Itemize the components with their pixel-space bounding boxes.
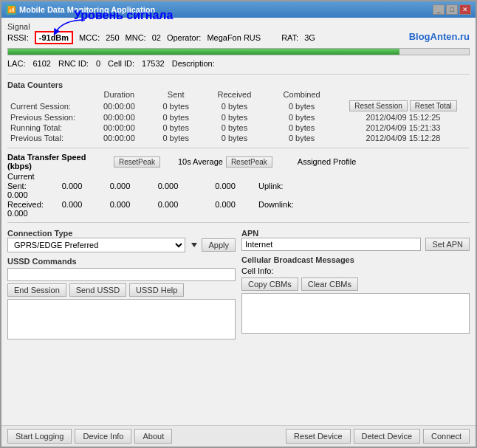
cell-info-label: Cell Info: [241,266,470,275]
apn-input[interactable] [241,238,421,251]
window-controls: _ □ ✕ [433,4,471,15]
downlink-value: 0.000 [7,209,48,218]
row-received: 0 bytes [202,100,267,112]
table-row: Previous Session: 00:00:00 0 bytes 0 byt… [7,112,470,123]
ussd-input[interactable] [7,268,236,281]
sent-peak2: 0.000 [192,182,258,190]
copy-cbms-button[interactable]: Copy CBMs [241,278,298,291]
reset-peak-button-2[interactable]: ResetPeak [226,156,272,168]
close-button[interactable]: ✕ [459,4,471,15]
rnc-label: RNC ID: [58,59,89,68]
rnc-value: 0 [96,59,100,68]
mcc-value: 250 [106,33,119,42]
cell-value: 17532 [142,59,165,68]
apn-header: APN [241,229,470,238]
speed-col-current: Current [7,172,48,181]
signal-progress-fill [8,49,399,55]
col-action [337,89,470,100]
received-label: Received: [7,200,48,209]
ussd-buttons: End Session Send USSD USSD Help [7,283,236,297]
minimize-button[interactable]: _ [433,4,445,15]
row-duration: 00:00:00 [89,100,150,112]
ussd-help-button[interactable]: USSD Help [129,283,184,297]
rssi-label: RSSI: [7,33,29,42]
desc-label: Description: [172,59,215,68]
col-label [7,89,89,100]
cbm-textarea[interactable] [241,293,470,334]
divider-3 [7,222,470,223]
blog-name: BlogAnten.ru [409,31,470,42]
row-timestamp: 2012/04/09 15:21:33 [337,123,470,133]
table-row: Current Session: 00:00:00 0 bytes 0 byte… [7,100,470,112]
row-label: Previous Total: [7,133,89,143]
col-sent: Sent [150,89,202,100]
maximize-button[interactable]: □ [446,4,458,15]
divider-2 [7,148,470,148]
row-label: Running Total: [7,123,89,133]
divider-1 [7,74,470,75]
speed-section: Data Transfer Speed (kbps) ResetPeak 10s… [7,153,470,218]
lac-row: LAC: 6102 RNC ID: 0 Cell ID: 17532 Descr… [7,58,470,69]
start-logging-button[interactable]: Start Logging [7,429,72,444]
apply-button[interactable]: Apply [202,238,236,252]
row-received: 0 bytes [202,123,267,133]
send-ussd-button[interactable]: Send USSD [69,283,126,297]
received-peak2: 0.000 [192,200,258,209]
ussd-textarea[interactable] [7,299,236,340]
apn-section: APN Set APN [241,227,470,251]
assigned-label: Assigned Profile [298,157,357,166]
blog-text: BlogAnten.ru [409,31,470,42]
data-counters-table: Duration Sent Received Combined Current … [7,89,470,143]
row-duration: 00:00:00 [89,123,150,133]
device-info-button[interactable]: Device Info [75,429,131,444]
operator-value: MegaFon RUS [207,33,261,42]
rat-label: RAT: [281,33,298,42]
col-received: Received [202,89,267,100]
reset-device-button[interactable]: Reset Device [286,429,350,444]
received-current: 0.000 [48,200,96,209]
col-combined: Combined [267,89,337,100]
lac-label: LAC: [7,59,25,68]
row-timestamp: 2012/04/09 15:12:28 [337,133,470,143]
connection-select[interactable]: GPRS/EDGE Preferred [7,238,185,252]
received-10s: 0.000 [144,200,192,209]
row-combined: 0 bytes [267,133,337,143]
row-combined: 0 bytes [267,100,337,112]
col-duration: Duration [89,89,150,100]
mnc-label: MNC: [126,33,146,42]
ussd-header: USSD Commands [7,257,236,266]
row-sent: 0 bytes [150,100,202,112]
downlink-label: Downlink: [258,200,303,209]
cell-label: Cell ID: [108,59,134,68]
mnc-value: 02 [152,33,161,42]
end-session-button[interactable]: End Session [7,283,66,297]
lac-value: 6102 [32,59,50,68]
connect-button[interactable]: Connect [423,429,470,444]
main-window: 📶 Mobile Data Monitoring Application _ □… [0,0,477,448]
uplink-value: 0.000 [7,190,48,199]
bottom-section: Connection Type GPRS/EDGE Preferred Appl… [7,227,470,340]
right-column: APN Set APN Cellular Broadcast Messages … [241,227,470,340]
speed-header: Data Transfer Speed (kbps) [7,153,111,170]
operator-label: Operator: [167,33,201,42]
data-counters-section: Data Counters Duration Sent Received Com… [7,79,470,143]
connection-header: Connection Type [7,229,236,238]
select-arrow-icon [191,243,197,247]
detect-device-button[interactable]: Detect Device [354,429,420,444]
sent-reset: 0.000 [96,182,144,190]
uplink-label: Uplink: [258,182,303,190]
set-apn-button[interactable]: Set APN [425,238,470,251]
reset-total-button[interactable]: Reset Total [410,100,457,111]
reset-peak-button-1[interactable]: ResetPeak [114,156,160,168]
row-duration: 00:00:00 [89,112,150,123]
left-column: Connection Type GPRS/EDGE Preferred Appl… [7,227,236,340]
cbm-buttons: Copy CBMs Clear CBMs [241,278,470,291]
table-row: Previous Total: 00:00:00 0 bytes 0 bytes… [7,133,470,143]
row-sent: 0 bytes [150,123,202,133]
about-button[interactable]: About [134,429,172,444]
reset-session-button[interactable]: Reset Session [349,100,407,111]
row-label: Current Session: [7,100,89,112]
row-received: 0 bytes [202,112,267,123]
clear-cbms-button[interactable]: Clear CBMs [301,278,358,291]
row-label: Previous Session: [7,112,89,123]
